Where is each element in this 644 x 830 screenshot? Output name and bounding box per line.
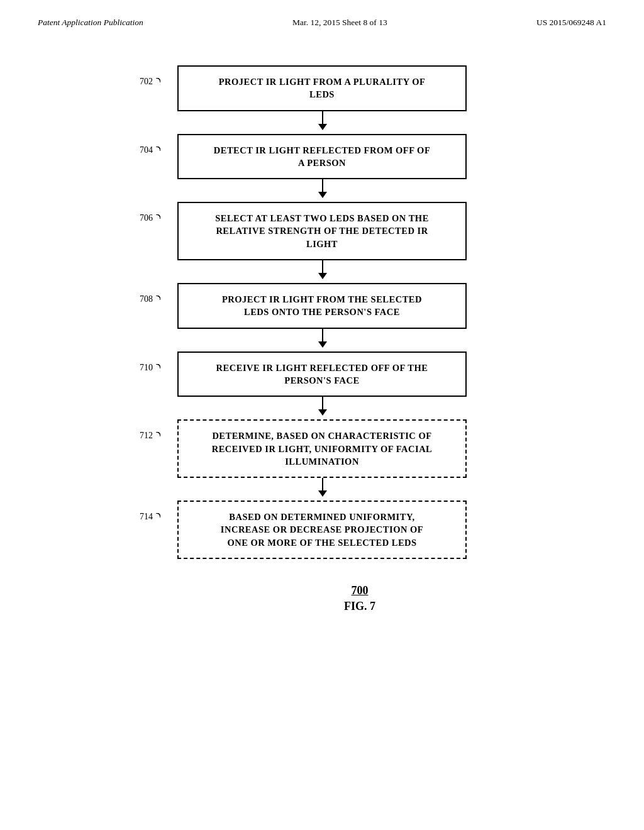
step-label-706: 706 [140,202,177,223]
step-box-714: BASED ON DETERMINED UNIFORMITY,INCREASE … [177,501,467,559]
step-label-712: 712 [140,419,177,441]
arrow-712 [140,478,630,501]
flowchart: 702PROJECT IR LIGHT FROM A PLURALITY OFL… [89,53,630,559]
arrow-706 [140,260,630,283]
step-label-704: 704 [140,134,177,155]
arrow-708 [140,329,630,351]
figure-label-area: 700 FIG. 7 [89,584,630,613]
step-label-714: 714 [140,501,177,522]
step-label-702: 702 [140,65,177,87]
step-row-706: 706SELECT AT LEAST TWO LEDS BASED ON THE… [140,202,630,260]
arrow-710 [140,397,630,419]
step-row-702: 702PROJECT IR LIGHT FROM A PLURALITY OFL… [140,65,630,111]
arrow-head [318,409,327,416]
page-header: Patent Application Publication Mar. 12, … [0,0,644,34]
arrow-head [318,341,327,348]
step-row-714: 714BASED ON DETERMINED UNIFORMITY,INCREA… [140,501,630,559]
arrow-head [318,490,327,497]
step-label-708: 708 [140,283,177,304]
header-right: US 2015/069248 A1 [536,18,606,28]
diagram-area: 702PROJECT IR LIGHT FROM A PLURALITY OFL… [89,53,630,613]
step-row-712: 712DETERMINE, BASED ON CHARACTERISTIC OF… [140,419,630,478]
figure-caption: FIG. 7 [89,600,630,613]
arrow-head [318,192,327,198]
step-box-710: RECEIVE IR LIGHT REFLECTED OFF OF THEPER… [177,351,467,397]
step-box-702: PROJECT IR LIGHT FROM A PLURALITY OFLEDS [177,65,467,111]
arrow-head [318,273,327,279]
step-label-710: 710 [140,351,177,373]
header-center: Mar. 12, 2015 Sheet 8 of 13 [292,18,387,28]
header-left: Patent Application Publication [38,18,143,28]
arrow-head [318,124,327,130]
arrow-704 [140,179,630,202]
step-box-704: DETECT IR LIGHT REFLECTED FROM OFF OFA P… [177,134,467,180]
step-box-706: SELECT AT LEAST TWO LEDS BASED ON THEREL… [177,202,467,260]
step-row-708: 708PROJECT IR LIGHT FROM THE SELECTEDLED… [140,283,630,329]
step-box-712: DETERMINE, BASED ON CHARACTERISTIC OFREC… [177,419,467,478]
step-row-710: 710RECEIVE IR LIGHT REFLECTED OFF OF THE… [140,351,630,397]
step-row-704: 704DETECT IR LIGHT REFLECTED FROM OFF OF… [140,134,630,180]
arrow-702 [140,111,630,134]
step-box-708: PROJECT IR LIGHT FROM THE SELECTEDLEDS O… [177,283,467,329]
figure-number: 700 [89,584,630,597]
